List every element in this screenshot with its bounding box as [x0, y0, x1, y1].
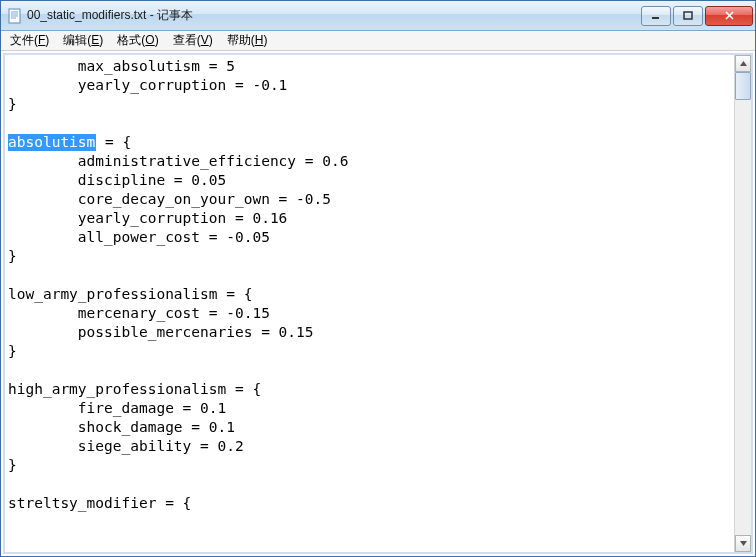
minimize-button[interactable]: [641, 6, 671, 26]
notepad-icon: [7, 8, 23, 24]
client-area: max_absolutism = 5 yearly_corruption = -…: [3, 53, 753, 554]
window-title: 00_static_modifiers.txt - 记事本: [27, 7, 641, 24]
scroll-up-button[interactable]: [735, 55, 751, 72]
scroll-track[interactable]: [735, 72, 751, 535]
notepad-window: 00_static_modifiers.txt - 记事本 文件(F) 编辑(E…: [0, 0, 756, 557]
maximize-button[interactable]: [673, 6, 703, 26]
text-selection: absolutism: [8, 134, 96, 151]
menu-format[interactable]: 格式(O): [110, 30, 165, 51]
window-controls: [641, 6, 753, 26]
menu-help[interactable]: 帮助(H): [220, 30, 275, 51]
text-editor[interactable]: max_absolutism = 5 yearly_corruption = -…: [5, 55, 734, 552]
menu-view[interactable]: 查看(V): [166, 30, 220, 51]
menubar: 文件(F) 编辑(E) 格式(O) 查看(V) 帮助(H): [1, 31, 755, 51]
scroll-thumb[interactable]: [735, 72, 751, 100]
menu-edit[interactable]: 编辑(E): [56, 30, 110, 51]
scroll-down-button[interactable]: [735, 535, 751, 552]
vertical-scrollbar[interactable]: [734, 55, 751, 552]
close-button[interactable]: [705, 6, 753, 26]
svg-rect-6: [684, 12, 692, 19]
menu-file[interactable]: 文件(F): [3, 30, 56, 51]
titlebar[interactable]: 00_static_modifiers.txt - 记事本: [1, 1, 755, 31]
svg-marker-10: [740, 541, 747, 546]
svg-marker-9: [740, 61, 747, 66]
